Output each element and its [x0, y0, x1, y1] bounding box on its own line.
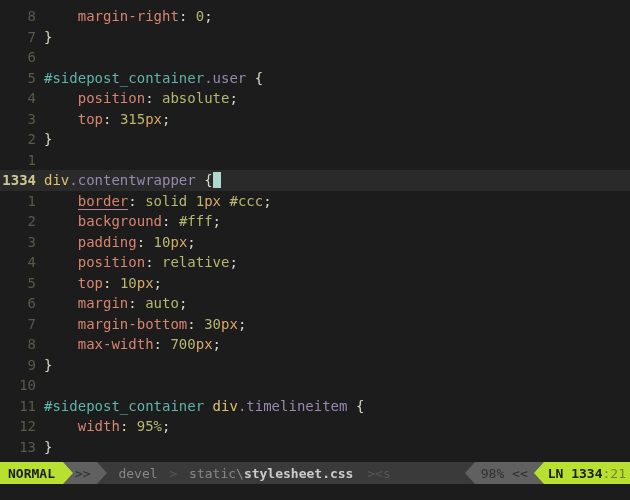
code-line[interactable]: 1334div.contentwrapper {: [0, 170, 630, 191]
code-line[interactable]: 3 padding: 10px;: [0, 232, 630, 253]
code-content[interactable]: max-width: 700px;: [40, 334, 221, 355]
code-content[interactable]: }: [40, 129, 52, 150]
code-content[interactable]: position: absolute;: [40, 88, 238, 109]
line-number: 6: [0, 293, 40, 314]
code-content[interactable]: [40, 150, 44, 171]
line-number: 1: [0, 191, 40, 212]
code-content[interactable]: }: [40, 27, 52, 48]
status-extra: ><s: [367, 466, 390, 481]
line-number: 11: [0, 396, 40, 417]
line-number: 10: [0, 375, 40, 396]
line-number: 1334: [0, 170, 40, 191]
path-dir: static\: [189, 466, 244, 481]
path-filename: stylesheet.css: [244, 466, 354, 481]
separator-icon: [63, 462, 73, 484]
code-content[interactable]: background: #fff;: [40, 211, 221, 232]
code-content[interactable]: div.contentwrapper {: [40, 170, 630, 191]
line-number: 3: [0, 232, 40, 253]
branch-name: devel: [118, 466, 157, 481]
code-line[interactable]: 8 max-width: 700px;: [0, 334, 630, 355]
code-line[interactable]: 5 top: 10px;: [0, 273, 630, 294]
line-number: 8: [0, 6, 40, 27]
code-line[interactable]: 7 margin-bottom: 30px;: [0, 314, 630, 335]
line-number: 4: [0, 252, 40, 273]
code-line[interactable]: 7}: [0, 27, 630, 48]
line-number: 4: [0, 88, 40, 109]
code-content[interactable]: top: 10px;: [40, 273, 162, 294]
file-path: devel > static\stylesheet.css ><s: [107, 466, 465, 481]
separator-icon: [465, 462, 475, 484]
line-number: 5: [0, 68, 40, 89]
code-line[interactable]: 13}: [0, 437, 630, 458]
code-line[interactable]: 6 margin: auto;: [0, 293, 630, 314]
code-content[interactable]: padding: 10px;: [40, 232, 196, 253]
code-line[interactable]: 3 top: 315px;: [0, 109, 630, 130]
status-bar: NORMAL >> devel > static\stylesheet.css …: [0, 462, 630, 484]
line-number: 7: [0, 314, 40, 335]
line-number: 13: [0, 437, 40, 458]
separator-icon: [97, 462, 107, 484]
code-line[interactable]: 2 background: #fff;: [0, 211, 630, 232]
code-content[interactable]: border: solid 1px #ccc;: [40, 191, 272, 212]
line-col-indicator: LN 1334:21: [544, 462, 630, 484]
percent-indicator: 98% <<: [475, 462, 534, 484]
code-content[interactable]: margin-right: 0;: [40, 6, 213, 27]
code-content[interactable]: margin: auto;: [40, 293, 187, 314]
code-content[interactable]: top: 315px;: [40, 109, 170, 130]
code-line[interactable]: 8 margin-right: 0;: [0, 6, 630, 27]
code-line[interactable]: 2}: [0, 129, 630, 150]
code-content[interactable]: [40, 47, 44, 68]
line-number: 5: [0, 273, 40, 294]
code-line[interactable]: 6: [0, 47, 630, 68]
code-line[interactable]: 9}: [0, 355, 630, 376]
git-branch: >>: [73, 462, 97, 484]
mode-indicator: NORMAL: [0, 462, 63, 484]
code-content[interactable]: #sidepost_container.user {: [40, 68, 263, 89]
code-line[interactable]: 4 position: relative;: [0, 252, 630, 273]
code-editor[interactable]: 8 margin-right: 0;7}65#sidepost_containe…: [0, 0, 630, 457]
line-number: 3: [0, 109, 40, 130]
code-line[interactable]: 5#sidepost_container.user {: [0, 68, 630, 89]
cursor: [213, 172, 221, 188]
line-number: 12: [0, 416, 40, 437]
code-line[interactable]: 11#sidepost_container div.timelineitem {: [0, 396, 630, 417]
code-content[interactable]: }: [40, 437, 52, 458]
code-line[interactable]: 1: [0, 150, 630, 171]
line-number: 2: [0, 211, 40, 232]
code-content[interactable]: }: [40, 355, 52, 376]
code-line[interactable]: 1 border: solid 1px #ccc;: [0, 191, 630, 212]
line-number: 1: [0, 150, 40, 171]
branch-icon: >>: [75, 466, 91, 481]
code-line[interactable]: 10: [0, 375, 630, 396]
code-content[interactable]: width: 95%;: [40, 416, 170, 437]
line-number: 7: [0, 27, 40, 48]
line-number: 2: [0, 129, 40, 150]
line-number: 6: [0, 47, 40, 68]
code-line[interactable]: 4 position: absolute;: [0, 88, 630, 109]
code-content[interactable]: [40, 375, 44, 396]
code-content[interactable]: position: relative;: [40, 252, 238, 273]
code-content[interactable]: #sidepost_container div.timelineitem {: [40, 396, 364, 417]
path-separator: >: [169, 466, 177, 481]
line-number: 8: [0, 334, 40, 355]
code-line[interactable]: 12 width: 95%;: [0, 416, 630, 437]
code-content[interactable]: margin-bottom: 30px;: [40, 314, 246, 335]
separator-icon: [534, 462, 544, 484]
line-number: 9: [0, 355, 40, 376]
